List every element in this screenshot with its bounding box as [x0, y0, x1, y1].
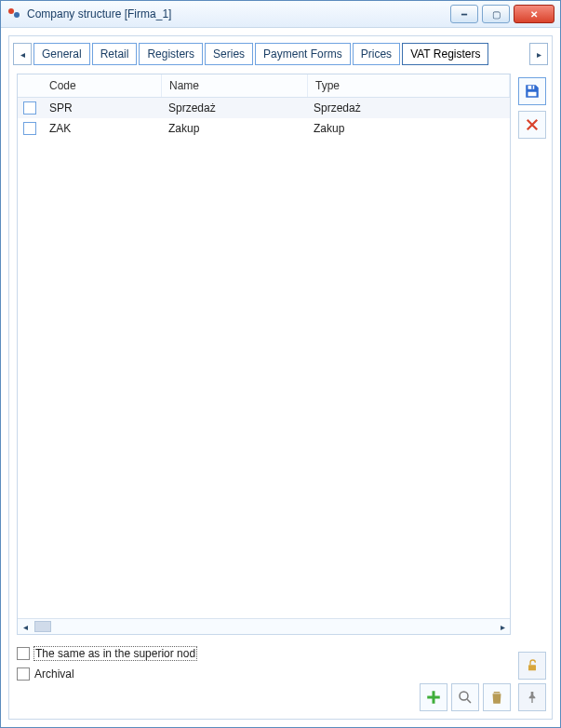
tabs-container: GeneralRetailRegistersSeriesPayment Form… — [33, 43, 528, 65]
titlebar: Company structure [Firma_1] ━ ▢ ✕ — [1, 1, 560, 28]
archival-checkbox[interactable]: Archival — [17, 667, 511, 681]
add-button[interactable] — [420, 683, 447, 711]
magnifier-icon — [457, 689, 474, 706]
svg-rect-4 — [531, 86, 533, 89]
action-buttons — [420, 683, 511, 711]
lock-button[interactable] — [518, 652, 546, 680]
save-button[interactable] — [518, 77, 546, 105]
maximize-button[interactable]: ▢ — [482, 5, 510, 23]
col-name[interactable]: Name — [162, 74, 308, 97]
tab-scroll-left[interactable]: ◂ — [13, 43, 32, 65]
tab-general[interactable]: General — [33, 43, 90, 65]
checkbox-icon — [23, 101, 36, 115]
svg-point-5 — [460, 692, 468, 700]
svg-point-1 — [14, 12, 20, 18]
table-row[interactable]: SPRSprzedażSprzedaż — [18, 98, 510, 118]
footer: The same as in the superior nod Archival — [17, 640, 511, 711]
delete-icon — [524, 116, 541, 133]
tab-retail[interactable]: Retail — [92, 43, 138, 65]
pin-icon — [525, 690, 540, 705]
lock-open-icon — [525, 658, 540, 673]
scroll-thumb[interactable] — [34, 621, 51, 632]
scroll-left-arrow[interactable]: ◂ — [18, 620, 33, 633]
tab-prices[interactable]: Prices — [353, 43, 400, 65]
tab-strip: ◂ GeneralRetailRegistersSeriesPayment Fo… — [9, 36, 552, 68]
cell-type: Zakup — [306, 118, 510, 139]
same-as-superior-label: The same as in the superior nod — [33, 646, 197, 661]
cell-code: ZAK — [42, 118, 161, 139]
cell-type: Sprzedaż — [306, 98, 510, 118]
window-buttons: ━ ▢ ✕ — [450, 5, 554, 23]
checkbox-icon — [17, 667, 30, 681]
scroll-right-arrow[interactable]: ▸ — [495, 620, 510, 633]
plus-icon — [425, 689, 442, 706]
delete-button[interactable] — [518, 111, 546, 139]
cell-code: SPR — [42, 98, 161, 118]
corner-buttons — [518, 652, 546, 711]
same-as-superior-checkbox[interactable]: The same as in the superior nod — [17, 646, 511, 661]
svg-rect-3 — [528, 92, 537, 97]
grid: Code Name Type SPRSprzedażSprzedażZAKZak… — [17, 74, 511, 635]
client-area: ◂ GeneralRetailRegistersSeriesPayment Fo… — [1, 27, 560, 727]
svg-rect-6 — [528, 665, 536, 670]
row-checkbox[interactable] — [18, 122, 42, 135]
cell-name: Sprzedaż — [161, 98, 306, 118]
side-buttons — [518, 77, 546, 139]
tab-series[interactable]: Series — [205, 43, 253, 65]
tab-scroll-right[interactable]: ▸ — [529, 43, 548, 65]
row-checkbox[interactable] — [18, 101, 42, 115]
search-button[interactable] — [451, 683, 479, 711]
inner-panel: ◂ GeneralRetailRegistersSeriesPayment Fo… — [8, 35, 553, 720]
window-title: Company structure [Firma_1] — [27, 7, 450, 20]
minimize-button[interactable]: ━ — [450, 5, 478, 23]
svg-point-0 — [8, 8, 14, 14]
close-button[interactable]: ✕ — [514, 5, 554, 23]
horizontal-scrollbar[interactable]: ◂ ▸ — [18, 618, 510, 634]
grid-header: Code Name Type — [18, 74, 510, 98]
archival-label: Archival — [33, 667, 75, 681]
table-row[interactable]: ZAKZakupZakup — [18, 118, 510, 139]
col-code[interactable]: Code — [42, 74, 162, 97]
trash-button[interactable] — [483, 683, 511, 711]
checkbox-icon — [23, 122, 36, 135]
trash-icon — [488, 689, 505, 706]
tab-vat-registers[interactable]: VAT Registers — [402, 43, 488, 65]
tab-payment-forms[interactable]: Payment Forms — [255, 43, 351, 65]
col-type[interactable]: Type — [308, 74, 510, 97]
tab-registers[interactable]: Registers — [139, 43, 203, 65]
grid-body: SPRSprzedażSprzedażZAKZakupZakup — [18, 98, 510, 618]
pin-button[interactable] — [518, 683, 546, 711]
checkbox-icon — [17, 647, 30, 660]
save-icon — [524, 83, 541, 100]
app-icon — [7, 7, 21, 21]
svg-rect-2 — [528, 86, 535, 89]
cell-name: Zakup — [161, 118, 306, 139]
